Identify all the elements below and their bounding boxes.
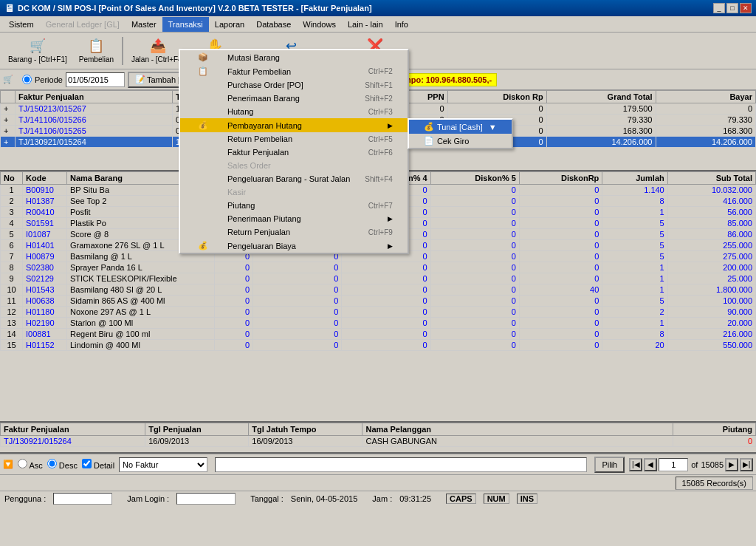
- detail-table-row[interactable]: 10 H01543 Basmilang 480 Sl @ 20 L 0 0 0 …: [1, 284, 756, 296]
- drow-kode: B00910: [23, 185, 67, 196]
- last-page-button[interactable]: ▶|: [740, 458, 753, 471]
- drow-d4: 0: [342, 296, 430, 307]
- first-page-button[interactable]: |◀: [629, 458, 642, 471]
- drow-subtotal: 85.000: [667, 218, 755, 229]
- filter-bar: 🔽 Asc Desc Detail No Faktur Pilih |◀ ◀ o…: [0, 454, 756, 474]
- drow-d2: 0: [215, 307, 253, 318]
- detail-checkbox[interactable]: [82, 459, 92, 468]
- menu-faktur-penjualan-item[interactable]: Faktur Penjualan Ctrl+F6: [180, 146, 408, 159]
- detail-table-row[interactable]: 14 I00881 Regent Biru @ 100 ml 0 0 0 0 0…: [1, 329, 756, 340]
- jam-login-label: Jam Login :: [127, 494, 169, 503]
- menu-gl[interactable]: General Ledger [GL]: [40, 17, 126, 32]
- menu-return-penjualan-item[interactable]: Return Penjualan Ctrl+F9: [180, 225, 408, 239]
- drow-kode: H01387: [23, 196, 67, 207]
- row-diskon: 0: [447, 103, 546, 115]
- page-number-input[interactable]: [659, 458, 688, 471]
- menu-database[interactable]: Database: [250, 17, 297, 32]
- drow-drp: 0: [519, 296, 602, 307]
- pilih-button[interactable]: Pilih: [594, 457, 625, 473]
- drow-no: 13: [1, 318, 23, 329]
- drow-drp: 0: [519, 218, 602, 229]
- drow-drp: 0: [519, 318, 602, 329]
- title-bar-left: 🖥 DC KOM / SIM POS-I [Point Of Sales And…: [4, 2, 372, 14]
- caps-indicator: CAPS: [446, 494, 476, 504]
- menu-hutang[interactable]: Hutang Ctrl+F3: [180, 105, 408, 118]
- detail-table-row[interactable]: 15 H01152 Lindomin @ 400 Ml 0 0 0 0 0 20…: [1, 340, 756, 351]
- drow-kode: S02380: [23, 262, 67, 273]
- drow-jumlah: 1: [602, 207, 667, 218]
- submenu-cek-giro[interactable]: 📄 Cek Giro: [409, 134, 512, 148]
- minimize-button[interactable]: _: [713, 3, 725, 13]
- drow-subtotal: 90.000: [667, 307, 755, 318]
- drow-d5: 0: [430, 185, 519, 196]
- tanggal-value: Senin, 04-05-2015: [291, 494, 358, 503]
- menu-mutasi-barang[interactable]: 📦 Mutasi Barang: [180, 50, 408, 64]
- of-label: of: [691, 460, 698, 469]
- drow-jumlah: 1: [602, 262, 667, 273]
- jalan-icon: 📤: [150, 38, 166, 54]
- desc-radio[interactable]: [47, 459, 57, 468]
- menu-info[interactable]: Info: [389, 17, 414, 32]
- detail-table-row[interactable]: 13 H02190 Starlon @ 100 Ml 0 0 0 0 0 1 2…: [1, 318, 756, 329]
- menu-pembayaran-hutang[interactable]: 💰 Pembayaran Hutang ▶ 💰 Tunai [Cash] ▼ 📄…: [180, 118, 408, 132]
- menu-faktur-pembelian[interactable]: 📋 Faktur Pembelian Ctrl+F2: [180, 64, 408, 78]
- menu-master[interactable]: Master: [126, 17, 162, 32]
- row-faktur: TJ/130921/015264: [16, 137, 173, 148]
- jam-label: Jam :: [372, 494, 392, 503]
- period-input[interactable]: [66, 72, 125, 87]
- row-expand: +: [1, 126, 16, 137]
- toolbar-barang[interactable]: 🛒 Barang - [Ctrl+F1]: [3, 35, 72, 67]
- menu-penerimaan-barang[interactable]: Penerimaan Barang Shift+F2: [180, 92, 408, 105]
- row-bayar: 79.330: [656, 115, 756, 126]
- detail-table-row[interactable]: 8 S02380 Sprayer Panda 16 L 0 0 0 0 0 1 …: [1, 262, 756, 273]
- menu-piutang[interactable]: Piutang Ctrl+F7: [180, 199, 408, 212]
- detail-table-row[interactable]: 12 H01180 Noxone 297 AS @ 1 L 0 0 0 0 0 …: [1, 307, 756, 318]
- mutasi-icon: 📦: [198, 52, 213, 62]
- asc-radio[interactable]: [18, 459, 27, 468]
- menu-return-pembelian[interactable]: Return Pembelian Ctrl+F5: [180, 132, 408, 146]
- th-faktur-penjualan: Faktur Penjualan: [16, 91, 173, 103]
- bottom-table-row[interactable]: TJ/130921/015264 16/09/2013 16/09/2013 C…: [1, 436, 756, 447]
- menu-penerimaan-piutang[interactable]: Penerimaan Piutang ▶: [180, 212, 408, 225]
- drow-no: 6: [1, 240, 23, 251]
- drow-d5: 0: [430, 329, 519, 340]
- drow-d3: 0: [253, 284, 342, 296]
- periode-radio[interactable]: [22, 75, 32, 84]
- detail-table-row[interactable]: 11 H00638 Sidamin 865 AS @ 400 Ml 0 0 0 …: [1, 296, 756, 307]
- menu-pengeluaran-biaya[interactable]: 💰 Pengeluaran Biaya ▶: [180, 239, 408, 253]
- drow-d5: 0: [430, 207, 519, 218]
- row-expand: +: [1, 115, 16, 126]
- menu-sales-order[interactable]: Sales Order: [180, 159, 408, 172]
- toolbar-pembelian[interactable]: 📋 Pembelian: [74, 35, 119, 67]
- th-tgl-b: Tgl Penjualan: [145, 423, 249, 436]
- prev-page-button[interactable]: ◀: [644, 458, 657, 471]
- menu-windows[interactable]: Windows: [297, 17, 342, 32]
- menu-purchase-order[interactable]: Purchase Order [PO] Shift+F1: [180, 78, 408, 92]
- submenu-tunai[interactable]: 💰 Tunai [Cash] ▼: [409, 120, 512, 134]
- menu-laporan[interactable]: Laporan: [209, 17, 250, 32]
- drow-kode: H00879: [23, 251, 67, 262]
- drow-jumlah: 5: [602, 251, 667, 262]
- drow-subtotal: 255.000: [667, 240, 755, 251]
- close-button[interactable]: ✕: [740, 3, 752, 13]
- row-expand: +: [1, 103, 16, 115]
- filter-combo[interactable]: No Faktur: [119, 457, 207, 472]
- menu-kasir[interactable]: Kasir: [180, 185, 408, 199]
- drow-d5: 0: [430, 307, 519, 318]
- filter-input[interactable]: [215, 457, 587, 472]
- drow-d5: 0: [430, 251, 519, 262]
- drow-drp: 0: [519, 262, 602, 273]
- menu-pengeluaran-barang[interactable]: Pengeluaran Barang - Surat Jalan Shift+F…: [180, 172, 408, 185]
- drow-jumlah: 5: [602, 229, 667, 240]
- brow-tgl: 16/09/2013: [145, 436, 249, 447]
- next-page-button[interactable]: ▶: [725, 458, 738, 471]
- pembayaran-submenu: 💰 Tunai [Cash] ▼ 📄 Cek Giro: [408, 118, 513, 149]
- maximize-button[interactable]: □: [726, 3, 738, 13]
- menu-transaksi[interactable]: Transaksi: [162, 17, 209, 32]
- menu-lain[interactable]: Lain - lain: [342, 17, 389, 32]
- detail-table-row[interactable]: 9 S02129 STICK TELESKOPIK/Flexible 0 0 0…: [1, 273, 756, 284]
- drow-kode: R00410: [23, 207, 67, 218]
- drow-d3: 0: [253, 273, 342, 284]
- drow-d5: 0: [430, 340, 519, 351]
- menu-sistem[interactable]: Sistem: [3, 17, 40, 32]
